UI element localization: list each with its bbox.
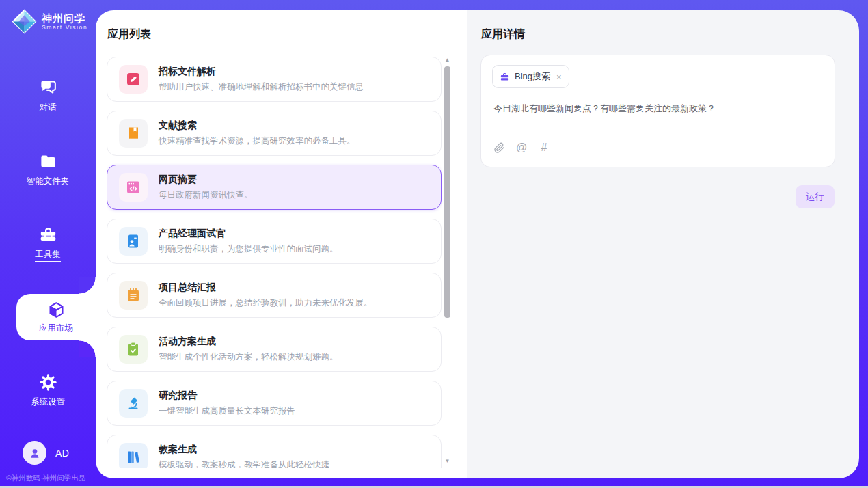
- app-card-title: 招标文件解析: [159, 66, 364, 78]
- brand-name: 神州问学: [42, 12, 87, 24]
- avatar: [23, 441, 46, 465]
- app-card-desc: 每日政府新闻资讯快查。: [159, 189, 253, 201]
- tool-chip-label: Bing搜索: [515, 70, 550, 83]
- app-card-desc: 一键智能生成高质量长文本研究报告: [159, 405, 295, 417]
- app-list: 招标文件解析帮助用户快速、准确地理解和解析招标书中的关键信息文献搜索快速精准查找…: [107, 57, 442, 468]
- user-name: AD: [55, 448, 69, 459]
- person-icon: [28, 446, 42, 460]
- app-card-desc: 智能生成个性化活动方案，轻松解决规划难题。: [159, 351, 338, 363]
- app-card-title: 网页摘要: [159, 174, 253, 186]
- at-icon[interactable]: @: [515, 141, 528, 154]
- scrollbar-thumb[interactable]: [444, 66, 450, 318]
- sidebar-item-app-market[interactable]: 应用市场: [16, 294, 96, 340]
- app-card-title: 活动方案生成: [159, 336, 338, 348]
- app-card-title: 教案生成: [159, 444, 329, 456]
- tool-chip-bing-search[interactable]: Bing搜索 ×: [492, 65, 569, 88]
- app-detail-title: 应用详情: [481, 27, 525, 42]
- chip-close-icon[interactable]: ×: [556, 72, 562, 81]
- chat-icon: [39, 79, 57, 97]
- brand-logo: 神州问学 Smart Vision: [12, 9, 87, 34]
- app-card-title: 项目总结汇报: [159, 282, 372, 294]
- sidebar-item-label: 工具集: [35, 249, 61, 262]
- copyright-text: ©神州数码·神州问学出品: [6, 474, 85, 483]
- app-card-title: 产品经理面试官: [159, 228, 338, 240]
- book-icon: [119, 119, 148, 148]
- sidebar-item-label: 对话: [40, 102, 57, 113]
- app-card[interactable]: 产品经理面试官明确身份和职责，为您提供专业性的面试问题。: [107, 219, 442, 264]
- app-card[interactable]: 研究报告一键智能生成高质量长文本研究报告: [107, 381, 442, 426]
- pen-square-icon: [119, 65, 148, 94]
- hash-icon[interactable]: #: [538, 141, 550, 154]
- app-card-desc: 快速精准查找学术资源，提高研究效率的必备工具。: [159, 135, 355, 147]
- app-card-desc: 帮助用户快速、准确地理解和解析招标书中的关键信息: [159, 81, 364, 93]
- sidebar-nav: 对话智能文件夹工具集应用市场系统设置: [0, 59, 96, 428]
- app-detail-panel: 应用详情 Bing搜索 × 今日湖北有哪些新闻要点？有哪些需要关注的最新政策？ …: [467, 10, 859, 478]
- toolbox-icon: [39, 226, 57, 244]
- scroll-up-icon[interactable]: ▲: [444, 57, 451, 64]
- run-button[interactable]: 运行: [796, 185, 835, 208]
- app-card[interactable]: 教案生成模板驱动，教案秒成，教学准备从此轻松快捷: [107, 435, 442, 468]
- app-list-scrollbar: ▲ ▼: [444, 57, 451, 467]
- sidebar-item-label: 应用市场: [39, 323, 73, 334]
- books-icon: [119, 443, 148, 468]
- sidebar-item-smart-folder[interactable]: 智能文件夹: [0, 133, 96, 206]
- app-card[interactable]: 招标文件解析帮助用户快速、准确地理解和解析招标书中的关键信息: [107, 57, 442, 102]
- app-card[interactable]: 网页摘要每日政府新闻资讯快查。: [107, 165, 442, 210]
- app-card[interactable]: 文献搜索快速精准查找学术资源，提高研究效率的必备工具。: [107, 111, 442, 156]
- app-card-desc: 全面回顾项目进展，总结经验教训，助力未来优化发展。: [159, 297, 372, 309]
- diamond-logo-icon: [12, 9, 37, 34]
- sidebar: 神州问学 Smart Vision 对话智能文件夹工具集应用市场系统设置 AD …: [0, 0, 96, 488]
- app-card-desc: 明确身份和职责，为您提供专业性的面试问题。: [159, 243, 338, 255]
- app-card-title: 研究报告: [159, 390, 295, 402]
- app-list-title: 应用列表: [107, 27, 151, 42]
- sidebar-item-settings[interactable]: 系统设置: [0, 354, 96, 428]
- app-card[interactable]: 活动方案生成智能生成个性化活动方案，轻松解决规划难题。: [107, 327, 442, 372]
- prompt-card: Bing搜索 × 今日湖北有哪些新闻要点？有哪些需要关注的最新政策？ @#: [480, 55, 835, 167]
- app-card-desc: 模板驱动，教案秒成，教学准备从此轻松快捷: [159, 459, 329, 468]
- sidebar-item-toolset[interactable]: 工具集: [0, 206, 96, 280]
- browser-code-icon: [119, 173, 148, 202]
- sidebar-item-label: 智能文件夹: [27, 176, 70, 187]
- user-badge[interactable]: AD: [23, 441, 69, 465]
- paperclip-icon[interactable]: [493, 141, 505, 154]
- clipboard-check-icon: [119, 335, 148, 364]
- resume-icon: [119, 227, 148, 256]
- sidebar-item-label: 系统设置: [31, 396, 65, 409]
- gear-icon: [39, 373, 57, 392]
- cube-icon: [47, 301, 66, 319]
- scroll-down-icon[interactable]: ▼: [444, 458, 451, 465]
- folder-icon: [39, 152, 57, 171]
- briefcase-icon: [500, 72, 510, 82]
- app-card-title: 文献搜索: [159, 120, 355, 132]
- app-card[interactable]: 项目总结汇报全面回顾项目进展，总结经验教训，助力未来优化发展。: [107, 273, 442, 318]
- app-list-panel: 应用列表 招标文件解析帮助用户快速、准确地理解和解析招标书中的关键信息文献搜索快…: [96, 10, 467, 478]
- prompt-input[interactable]: 今日湖北有哪些新闻要点？有哪些需要关注的最新政策？: [493, 102, 823, 116]
- notepad-icon: [119, 281, 148, 310]
- prompt-toolbar: @#: [493, 141, 550, 154]
- sidebar-item-chat[interactable]: 对话: [0, 59, 96, 133]
- brand-subtitle: Smart Vision: [42, 24, 87, 31]
- microscope-icon: [119, 389, 148, 418]
